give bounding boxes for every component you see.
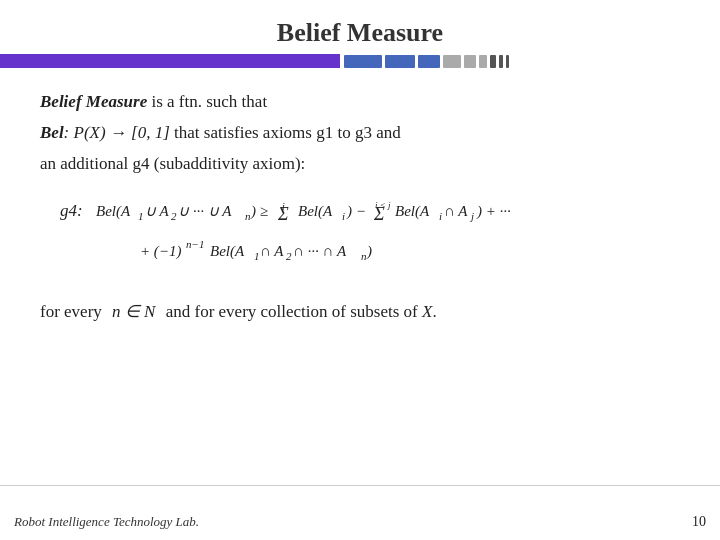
formula-area: .fml { font-family: 'Times New Roman', T… <box>60 188 680 288</box>
line3-text: an additional g4 (subadditivity axiom): <box>40 154 305 173</box>
line1: Belief Measure is a ftn. such that <box>40 88 680 115</box>
line1-text: is a ftn. such that <box>147 92 267 111</box>
slide-container: Belief Measure Belief Measure is a ftn. … <box>0 0 720 540</box>
seg9 <box>506 55 509 68</box>
footer: Robot Intelligence Technology Lab. 10 <box>0 514 720 530</box>
svg-text:Bel(A: Bel(A <box>298 203 333 220</box>
svg-text:i: i <box>439 210 442 222</box>
seg4 <box>443 55 461 68</box>
for-every-math: n ∈ N <box>112 302 160 321</box>
line2-prefix: Bel <box>40 123 64 142</box>
svg-text:∪ ··· ∪ A: ∪ ··· ∪ A <box>178 203 232 219</box>
line1-prefix: Belief Measure <box>40 92 147 111</box>
line3: an additional g4 (subadditivity axiom): <box>40 150 680 177</box>
title-area: Belief Measure <box>0 0 720 54</box>
svg-text:Bel(A: Bel(A <box>96 203 131 220</box>
for-every-text: for every <box>40 302 102 321</box>
svg-text:1: 1 <box>254 250 260 262</box>
svg-text:∩ ··· ∩ A: ∩ ··· ∩ A <box>293 243 347 259</box>
bar-segments <box>340 54 720 68</box>
seg6 <box>479 55 487 68</box>
footer-lab-text: Robot Intelligence Technology Lab. <box>14 514 199 530</box>
svg-text:1: 1 <box>138 210 144 222</box>
seg7 <box>490 55 496 68</box>
line2-text: that satisfies axioms g1 to g3 and <box>174 123 401 142</box>
svg-text:) + ···: ) + ··· <box>476 203 511 220</box>
footer-line <box>0 485 720 486</box>
footer-page-number: 10 <box>692 514 706 530</box>
formula-svg: .fml { font-family: 'Times New Roman', T… <box>60 188 680 288</box>
seg2 <box>385 55 415 68</box>
svg-text:∩ A: ∩ A <box>444 203 468 219</box>
seg8 <box>499 55 503 68</box>
svg-text:) −: ) − <box>346 203 366 220</box>
for-every-period: . <box>432 302 436 321</box>
for-every-line: for every n ∈ N and for every collection… <box>40 298 680 325</box>
for-every-X: X <box>422 302 432 321</box>
seg5 <box>464 55 476 68</box>
content-area: Belief Measure is a ftn. such that Bel: … <box>0 80 720 325</box>
svg-text:i: i <box>342 210 345 222</box>
slide-title: Belief Measure <box>277 18 443 47</box>
svg-text:): ) <box>366 243 372 260</box>
svg-text:Σ: Σ <box>277 204 289 224</box>
seg1 <box>344 55 382 68</box>
svg-text:n−1: n−1 <box>186 238 204 250</box>
for-every-suffix: and for every collection of subsets of <box>166 302 422 321</box>
svg-text:) ≥: ) ≥ <box>250 203 268 220</box>
svg-text:∩ A: ∩ A <box>260 243 284 259</box>
svg-text:∪ A: ∪ A <box>145 203 169 219</box>
svg-text:2: 2 <box>171 210 177 222</box>
deco-bar <box>0 54 720 68</box>
svg-text:Bel(A: Bel(A <box>210 243 245 260</box>
svg-text:+ (−1): + (−1) <box>140 243 181 260</box>
line2: Bel: P(X) → [0, 1] that satisfies axioms… <box>40 119 680 146</box>
svg-text:2: 2 <box>286 250 292 262</box>
svg-text:Bel(A: Bel(A <box>395 203 430 220</box>
svg-text:g4:: g4: <box>60 201 83 220</box>
line2-colon: : P(X) → [0, 1] <box>64 123 174 142</box>
svg-text:j: j <box>469 210 474 222</box>
bar-purple <box>0 54 340 68</box>
svg-text:Σ: Σ <box>373 204 385 224</box>
seg3 <box>418 55 440 68</box>
